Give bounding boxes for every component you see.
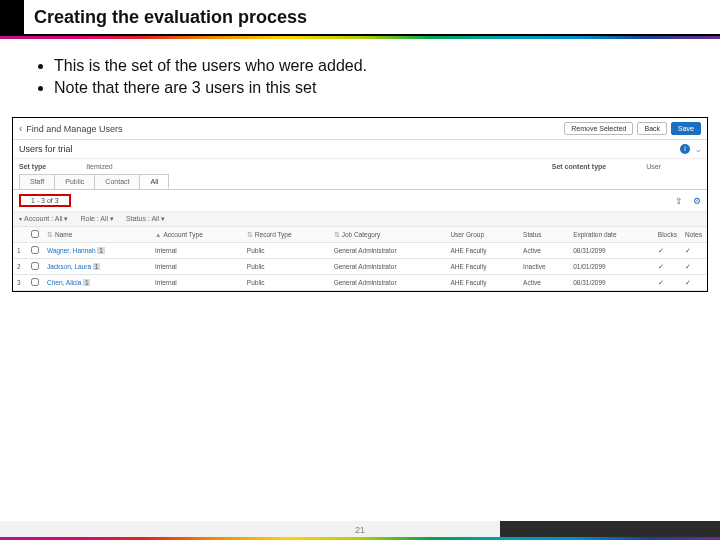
tab-public[interactable]: Public bbox=[55, 174, 95, 189]
slide-title: Creating the evaluation process bbox=[24, 0, 317, 34]
col-job-category[interactable]: ⇅Job Category bbox=[330, 227, 447, 243]
col-status: Status bbox=[519, 227, 569, 243]
tab-all[interactable]: All bbox=[140, 174, 169, 189]
filter-status[interactable]: Status : All ▾ bbox=[126, 215, 165, 223]
remove-selected-button[interactable]: Remove Selected bbox=[564, 122, 633, 135]
user-link[interactable]: Chen, Alicia bbox=[47, 279, 81, 286]
user-badge: 1 bbox=[83, 279, 90, 286]
slide-title-bar: Creating the evaluation process bbox=[0, 0, 720, 36]
check-icon: ✓ bbox=[654, 243, 681, 259]
check-icon: ✓ bbox=[681, 275, 707, 291]
table-header-row: ⇅Name ▲Account Type ⇅Record Type ⇅Job Ca… bbox=[13, 227, 707, 243]
user-badge: 1 bbox=[93, 263, 100, 270]
slide-bullets: This is the set of the users who were ad… bbox=[0, 39, 720, 111]
col-notes: Notes bbox=[681, 227, 707, 243]
col-blocks: Blocks bbox=[654, 227, 681, 243]
filter-role[interactable]: Role : All ▾ bbox=[80, 215, 114, 223]
column-filters: ▾Account : All ▾ Role : All ▾ Status : A… bbox=[13, 212, 707, 227]
check-icon: ✓ bbox=[654, 259, 681, 275]
user-link[interactable]: Wagner, Hannah bbox=[47, 247, 96, 254]
chevron-down-icon: ▾ bbox=[19, 216, 22, 222]
info-icon[interactable]: i bbox=[680, 144, 690, 154]
table-row: 1 Wagner, Hannah 1 Internal Public Gener… bbox=[13, 243, 707, 259]
page-title: Find and Manage Users bbox=[26, 124, 122, 134]
chevron-down-icon[interactable]: ⌵ bbox=[696, 145, 701, 154]
col-account-type[interactable]: ▲Account Type bbox=[151, 227, 243, 243]
title-accent-block bbox=[0, 0, 24, 34]
set-title: Users for trial bbox=[19, 144, 73, 154]
row-checkbox[interactable] bbox=[27, 259, 43, 275]
result-count: 1 - 3 of 3 bbox=[19, 194, 71, 207]
col-expiration: Expiration date bbox=[569, 227, 654, 243]
check-icon: ✓ bbox=[681, 243, 707, 259]
table-row: 3 Chen, Alicia 1 Internal Public General… bbox=[13, 275, 707, 291]
users-table: ⇅Name ▲Account Type ⇅Record Type ⇅Job Ca… bbox=[13, 227, 707, 291]
tab-contact[interactable]: Contact bbox=[95, 174, 140, 189]
col-name[interactable]: ⇅Name bbox=[43, 227, 151, 243]
col-record-type[interactable]: ⇅Record Type bbox=[243, 227, 330, 243]
check-icon: ✓ bbox=[654, 275, 681, 291]
tab-staff[interactable]: Staff bbox=[19, 174, 55, 189]
footer-light-bar bbox=[0, 521, 500, 537]
back-button[interactable]: Back bbox=[637, 122, 667, 135]
app-screenshot: ‹ Find and Manage Users Remove Selected … bbox=[12, 117, 708, 292]
footer-dark-bar bbox=[500, 521, 720, 537]
table-row: 2 Jackson, Laura 1 Internal Public Gener… bbox=[13, 259, 707, 275]
row-checkbox[interactable] bbox=[27, 243, 43, 259]
bullet-1: This is the set of the users who were ad… bbox=[54, 57, 684, 75]
col-user-group: User Group bbox=[446, 227, 519, 243]
slide-footer: 21 bbox=[0, 520, 720, 540]
row-checkbox[interactable] bbox=[27, 275, 43, 291]
content-type-value: User bbox=[646, 163, 661, 170]
save-button[interactable]: Save bbox=[671, 122, 701, 135]
check-icon: ✓ bbox=[681, 259, 707, 275]
page-number: 21 bbox=[355, 525, 365, 535]
filter-account[interactable]: ▾Account : All ▾ bbox=[19, 215, 68, 223]
gear-icon[interactable]: ⚙ bbox=[693, 196, 701, 206]
bullet-2: Note that there are 3 users in this set bbox=[54, 79, 684, 97]
content-type-label: Set content type bbox=[552, 163, 606, 170]
set-type-label: Set type bbox=[19, 163, 46, 170]
back-chevron-icon[interactable]: ‹ bbox=[19, 123, 22, 134]
set-type-value: Itemized bbox=[86, 163, 112, 170]
tab-bar: Staff Public Contact All bbox=[19, 174, 707, 189]
select-all-checkbox[interactable] bbox=[27, 227, 43, 243]
export-icon[interactable]: ⇪ bbox=[675, 196, 683, 206]
user-link[interactable]: Jackson, Laura bbox=[47, 263, 91, 270]
user-badge: 1 bbox=[97, 247, 104, 254]
